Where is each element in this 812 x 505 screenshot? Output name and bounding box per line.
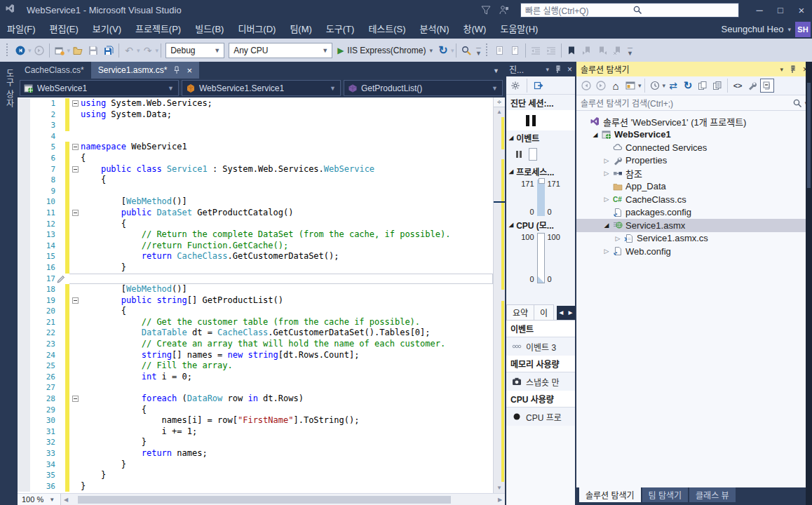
refresh-dropdown-icon[interactable]: ▾ — [451, 47, 454, 54]
indicator-margin[interactable] — [18, 196, 30, 208]
navigate-back-icon[interactable] — [13, 43, 28, 58]
expand-icon[interactable]: ▷ — [613, 235, 623, 242]
collapse-all-icon[interactable] — [760, 79, 774, 93]
chevron-down-icon[interactable]: ▾ — [780, 66, 783, 73]
expand-icon[interactable]: ▷ — [602, 196, 611, 203]
undo-icon[interactable]: ↶ — [121, 43, 137, 58]
code-line[interactable]: 6{ — [18, 153, 493, 164]
fold-margin[interactable] — [69, 98, 81, 109]
minimize-button[interactable]: ─ — [749, 1, 770, 18]
menu-item[interactable]: 도구(T) — [319, 20, 362, 39]
indicator-margin[interactable] — [18, 241, 30, 252]
diagnostic-group-row[interactable]: 스냅숏 만 — [506, 372, 575, 391]
tab-events[interactable]: 이 — [534, 304, 554, 320]
collapse-region-icon[interactable] — [72, 100, 79, 107]
indicator-margin[interactable] — [18, 120, 30, 131]
indicator-margin[interactable] — [18, 382, 30, 393]
document-tab[interactable]: Service1.asmx.cs*× — [91, 62, 199, 79]
code-text[interactable]: } — [81, 262, 493, 274]
expand-icon[interactable]: ▷ — [602, 170, 611, 177]
home-icon[interactable]: ⌂ — [609, 79, 623, 93]
code-text[interactable]: public DataSet GetProductCatalog() — [81, 208, 493, 219]
code-text[interactable]: // Return the complete DataSet (from the… — [81, 229, 493, 241]
code-line[interactable]: 2using System.Data; — [18, 109, 493, 121]
scrollbar-thumb[interactable] — [78, 496, 451, 504]
code-line[interactable]: 8 { — [18, 175, 493, 186]
scroll-left-icon[interactable]: ◀ — [61, 497, 71, 503]
fold-margin[interactable] — [69, 393, 81, 405]
code-text[interactable]: } — [81, 459, 493, 471]
menu-item[interactable]: 디버그(D) — [231, 20, 283, 39]
diagnostic-panel-title-bar[interactable]: 진... ▾ × — [506, 62, 575, 76]
scroll-up-icon[interactable]: ▲ — [494, 107, 505, 117]
indicator-margin[interactable] — [18, 350, 30, 361]
code-line[interactable]: 30 names[i] = row["FirstName"].ToString(… — [18, 415, 493, 426]
solution-explorer-title-bar[interactable]: 솔루션 탐색기 ▾ × — [576, 62, 812, 76]
quick-launch-input[interactable]: 빠른 실행(Ctrl+Q) — [520, 3, 739, 18]
code-text[interactable]: { — [81, 219, 493, 230]
indicator-margin[interactable] — [18, 153, 30, 164]
tab-scroll-right-icon[interactable]: ▶ — [566, 306, 575, 320]
code-line[interactable]: 34 } — [18, 459, 493, 471]
code-text[interactable]: return CacheClass.GetCustomerDataSet(); — [81, 251, 493, 262]
indicator-margin[interactable] — [18, 328, 30, 339]
tab-scroll-left-icon[interactable]: ◀ — [557, 306, 566, 320]
menu-item[interactable]: 파일(F) — [0, 20, 43, 39]
code-text[interactable]: { — [81, 153, 493, 164]
diagnostic-group-row[interactable]: 이벤트 3 — [506, 337, 575, 356]
code-line[interactable]: 32 } — [18, 437, 493, 448]
toolbar-overflow-icon[interactable]: ▼ — [474, 45, 482, 56]
tree-item[interactable]: 솔루션 'WebService1' (1개 프로젝트) — [576, 115, 812, 128]
pending-changes-filter-icon[interactable] — [648, 79, 662, 93]
bookmark-icon[interactable] — [564, 43, 579, 58]
code-line[interactable]: 18 [WebMethod()] — [18, 284, 493, 295]
close-icon[interactable]: × — [567, 65, 572, 74]
indicator-margin[interactable] — [18, 164, 30, 175]
code-text[interactable]: } — [81, 481, 493, 492]
indicator-margin[interactable] — [18, 175, 30, 186]
solution-search-input[interactable]: 솔루션 탐색기 검색(Ctrl+;) ▾ — [576, 95, 812, 111]
indicator-margin[interactable] — [18, 459, 30, 471]
expand-icon[interactable]: ◢ — [602, 222, 611, 229]
code-line[interactable]: 24 string[] names = new string[dt.Rows.C… — [18, 350, 493, 361]
code-line[interactable]: 17 — [18, 274, 493, 285]
code-text[interactable]: using System.Web.Services; — [81, 98, 493, 109]
zoom-dropdown[interactable]: 100 % ▼ — [18, 494, 61, 505]
indicator-margin[interactable] — [18, 142, 30, 153]
send-feedback-icon[interactable] — [495, 3, 513, 17]
avatar[interactable]: SH — [795, 22, 811, 37]
increase-indent-icon[interactable] — [543, 43, 559, 58]
tree-item[interactable]: ▷참조 — [576, 167, 812, 180]
collapse-region-icon[interactable] — [72, 144, 79, 150]
code-line[interactable]: 22 DataTable dt = CacheClass.GetCustomer… — [18, 328, 493, 339]
tree-item[interactable]: ◢Service1.asmx — [576, 219, 812, 232]
code-text[interactable]: // Create an array that will hold the na… — [81, 339, 493, 350]
code-line[interactable]: 21 // Get the customer table (from the c… — [18, 317, 493, 328]
comment-icon[interactable] — [492, 43, 508, 58]
code-text[interactable]: using System.Data; — [81, 109, 493, 121]
menu-item[interactable]: 보기(V) — [86, 20, 128, 39]
menu-item[interactable]: 팀(M) — [283, 20, 318, 39]
menu-item[interactable]: 빌드(B) — [188, 20, 231, 39]
member-dropdown[interactable]: GetProductList() ▼ — [344, 80, 503, 96]
code-line[interactable]: 36} — [18, 481, 493, 492]
toolbox-strip[interactable]: 도구 상자 — [0, 62, 18, 505]
previous-bookmark-icon[interactable] — [579, 43, 595, 58]
code-text[interactable]: [WebMethod()] — [81, 196, 493, 208]
indicator-margin[interactable] — [18, 274, 30, 285]
export-icon[interactable] — [534, 81, 543, 90]
chevron-down-icon[interactable]: ▾ — [663, 82, 666, 89]
document-list-dropdown-icon[interactable]: ▼ — [493, 67, 505, 79]
menu-item[interactable]: 창(W) — [456, 20, 494, 39]
navigate-forward-icon[interactable] — [32, 43, 47, 58]
indicator-margin[interactable] — [18, 415, 30, 426]
indicator-margin[interactable] — [18, 306, 30, 317]
pin-icon[interactable] — [788, 65, 798, 74]
pin-icon[interactable] — [172, 65, 182, 75]
indicator-margin[interactable] — [18, 437, 30, 448]
close-button[interactable]: × — [791, 1, 812, 18]
close-icon[interactable]: × — [187, 65, 192, 76]
tree-item[interactable]: App_Data — [576, 180, 812, 194]
indicator-margin[interactable] — [18, 295, 30, 307]
expand-icon[interactable]: ◢ — [590, 131, 600, 138]
